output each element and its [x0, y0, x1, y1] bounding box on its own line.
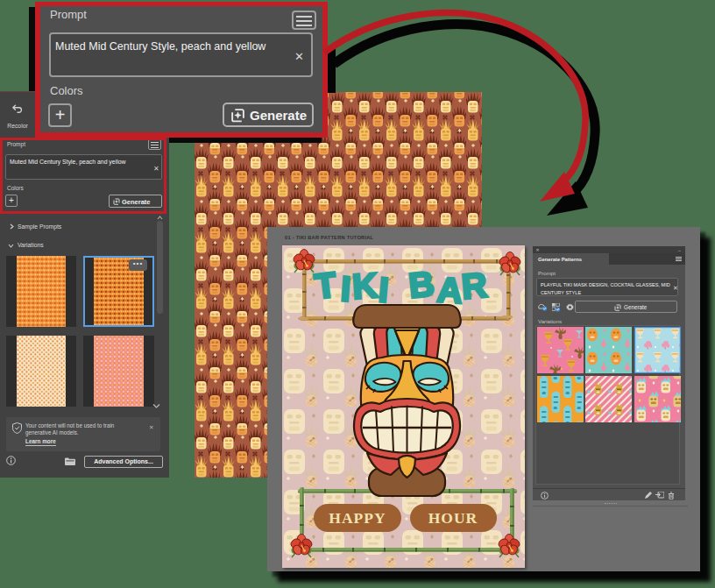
svg-text:R: R	[460, 266, 489, 306]
svg-text:B: B	[407, 264, 435, 305]
svg-text:HAPPY: HAPPY	[329, 509, 386, 527]
svg-text:K: K	[350, 266, 379, 306]
svg-text:HOUR: HOUR	[428, 509, 478, 527]
